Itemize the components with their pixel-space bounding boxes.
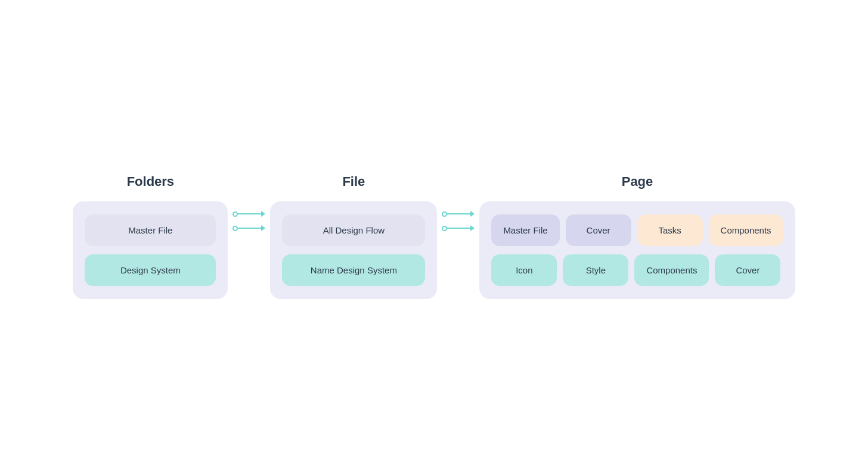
arrow-row-1 [232,211,265,217]
folders-title: Folders [127,174,174,189]
file-bg: All Design Flow Name Design System [270,201,437,299]
cover-page-node[interactable]: Cover [566,214,631,246]
style-page-node[interactable]: Style [563,254,628,286]
cover-page-2-node[interactable]: Cover [715,254,780,286]
arrow-line-4 [447,228,470,229]
page-section: Page Master File Cover Tasks Components … [479,174,795,299]
components-page-node[interactable]: Components [709,214,783,246]
design-system-folder-node[interactable]: Design System [85,254,216,286]
name-design-system-node[interactable]: Name Design System [282,254,425,286]
page-row-1: Master File Cover Tasks Components [491,214,783,246]
file-section: File All Design Flow Name Design System [270,174,437,299]
master-file-folder-node[interactable]: Master File [85,214,216,246]
tasks-page-node[interactable]: Tasks [637,214,703,246]
icon-page-node[interactable]: Icon [491,254,557,286]
folders-section: Folders Master File Design System [73,174,228,299]
arrow-row-4 [442,225,475,231]
arrow-head-3 [470,211,475,217]
page-bg: Master File Cover Tasks Components Icon … [479,201,795,299]
file-title: File [342,174,365,189]
arrow-head-2 [261,225,265,231]
page-title: Page [622,174,653,189]
arrow-line-3 [447,213,470,214]
master-file-page-node[interactable]: Master File [491,214,559,246]
all-design-flow-node[interactable]: All Design Flow [282,214,425,246]
arrow-line-1 [237,213,261,214]
page-row-2: Icon Style Components Cover [491,254,783,286]
arrow-row-3 [442,211,475,217]
connector-folders-file [232,211,265,231]
folders-bg: Master File Design System [73,201,228,299]
arrow-head-1 [261,211,265,217]
main-wrapper: Folders Master File Design System File [68,174,799,299]
arrow-line-2 [237,228,261,229]
arrow-row-2 [232,225,265,231]
arrow-head-4 [470,225,475,231]
components-page-2-node[interactable]: Components [634,254,709,286]
connector-file-page [442,211,475,231]
diagram: Folders Master File Design System File [44,150,823,323]
